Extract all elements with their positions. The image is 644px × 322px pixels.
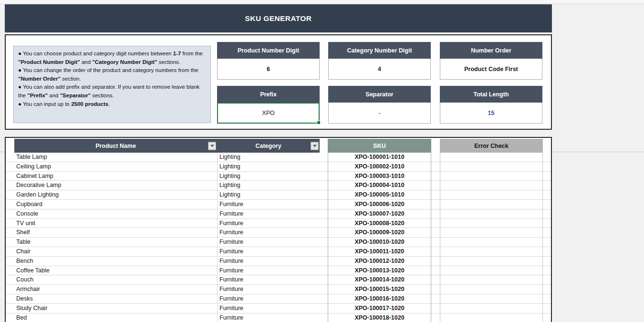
error-check-cell [440, 313, 543, 322]
table-row: TableFurnitureXPO-100010-1020 [6, 238, 551, 247]
table-row: DesksFurnitureXPO-100016-1020 [6, 294, 551, 304]
sku-cell: XPO-100015-1020 [328, 285, 431, 294]
setting-label: Separator [328, 86, 431, 103]
product-name-cell[interactable]: Chair [14, 247, 217, 257]
product-name-cell[interactable]: Couch [14, 275, 217, 285]
product-name-cell[interactable]: Shelf [14, 228, 217, 238]
category-cell[interactable]: Furniture [217, 238, 320, 247]
product-name-cell[interactable]: Armchair [14, 285, 217, 294]
sku-cell: XPO-100003-1010 [328, 172, 431, 181]
column-header-label: Product Name [95, 143, 136, 149]
table-row: BedFurnitureXPO-100018-1020 [6, 313, 551, 322]
error-check-cell [440, 219, 543, 229]
product-name-cell[interactable]: Garden Lighting [14, 190, 217, 200]
category-cell[interactable]: Lighting [217, 153, 320, 162]
error-check-cell [440, 190, 543, 200]
category-cell[interactable]: Lighting [217, 172, 320, 181]
sku-cell: XPO-100017-1020 [328, 304, 431, 313]
setting-product-number-digit: Product Number Digit6 [217, 42, 320, 80]
product-name-cell[interactable]: Bed [14, 313, 217, 322]
category-cell[interactable]: Lighting [217, 162, 320, 172]
product-name-cell[interactable]: Bench [14, 257, 217, 266]
category-cell[interactable]: Furniture [217, 200, 320, 209]
sku-cell: XPO-100010-1020 [328, 238, 431, 247]
chevron-down-icon [313, 145, 317, 147]
sku-cell: XPO-100004-1010 [328, 181, 431, 190]
column-header-category: Category [217, 139, 320, 153]
sku-cell: XPO-100006-1020 [328, 200, 431, 209]
category-cell[interactable]: Furniture [217, 228, 320, 238]
error-check-cell [440, 294, 543, 304]
table-row: ArmchairFurnitureXPO-100015-1020 [6, 285, 551, 294]
error-check-cell [440, 304, 543, 313]
error-check-cell [440, 172, 543, 181]
column-header-sku: SKU [328, 139, 431, 153]
product-name-filter-button[interactable] [208, 142, 216, 150]
column-header-error-check: Error Check [440, 139, 543, 153]
product-name-cell[interactable]: Decorative Lamp [14, 181, 217, 190]
category-cell[interactable]: Lighting [217, 181, 320, 190]
category-cell[interactable]: Furniture [217, 266, 320, 276]
table-row: Cabinet LampLightingXPO-100003-1010 [6, 172, 551, 181]
error-check-cell [440, 153, 543, 162]
settings-section: ● You can choose product and category di… [5, 34, 552, 130]
category-cell[interactable]: Furniture [217, 304, 320, 313]
category-cell[interactable]: Furniture [217, 294, 320, 304]
column-header-label: Error Check [474, 143, 509, 149]
error-check-cell [440, 285, 543, 294]
category-cell[interactable]: Furniture [217, 209, 320, 219]
table-row: Study ChairFurnitureXPO-100017-1020 [6, 304, 551, 313]
instruction-bullet: ● You can change the order of the produc… [18, 66, 206, 83]
setting-category-number-digit: Category Number Digit4 [328, 42, 431, 80]
product-name-cell[interactable]: TV unit [14, 219, 217, 229]
category-cell[interactable]: Furniture [217, 219, 320, 229]
sku-cell: XPO-100009-1020 [328, 228, 431, 238]
sku-cell: XPO-100007-1020 [328, 209, 431, 219]
category-cell[interactable]: Furniture [217, 313, 320, 322]
table-row: TV unitFurnitureXPO-100008-1020 [6, 219, 551, 229]
category-cell[interactable]: Furniture [217, 285, 320, 294]
category-cell[interactable]: Furniture [217, 257, 320, 266]
window-top-strip [0, 0, 644, 4]
category-cell[interactable]: Furniture [217, 275, 320, 285]
setting-value-cell[interactable]: 6 [217, 59, 320, 80]
table-row: CupboardFurnitureXPO-100006-1020 [6, 200, 551, 209]
product-name-cell[interactable]: Desks [14, 294, 217, 304]
setting-prefix: PrefixXPO [217, 86, 320, 124]
instruction-bullet: ● You can choose product and category di… [18, 50, 206, 66]
product-name-cell[interactable]: Console [14, 209, 217, 219]
product-name-cell[interactable]: Ceiling Lamp [14, 162, 217, 172]
sku-cell: XPO-100016-1020 [328, 294, 431, 304]
error-check-cell [440, 181, 543, 190]
setting-value-cell[interactable]: - [328, 103, 431, 124]
category-cell[interactable]: Furniture [217, 247, 320, 257]
product-name-cell[interactable]: Study Chair [14, 304, 217, 313]
setting-label: Prefix [217, 86, 320, 103]
instruction-bullet: ● You can also add prefix and separator.… [18, 83, 206, 100]
sku-cell: XPO-100005-1010 [328, 190, 431, 200]
product-name-cell[interactable]: Table [14, 238, 217, 247]
error-check-cell [440, 257, 543, 266]
setting-value-cell[interactable]: 4 [328, 59, 431, 80]
setting-value-cell[interactable]: XPO [217, 103, 320, 124]
table-row: Table LampLightingXPO-100001-1010 [6, 153, 551, 162]
sku-cell: XPO-100002-1010 [328, 162, 431, 172]
category-cell[interactable]: Lighting [217, 190, 320, 200]
sku-cell: XPO-100011-1020 [328, 247, 431, 257]
setting-label: Number Order [440, 42, 542, 59]
table-row: Garden LightingLightingXPO-100005-1010 [6, 190, 551, 200]
setting-value-cell[interactable]: Product Code First [440, 59, 542, 80]
sku-cell: XPO-100014-1020 [328, 275, 431, 285]
setting-value-cell[interactable]: 15 [440, 103, 542, 124]
product-name-cell[interactable]: Table Lamp [14, 153, 217, 162]
error-check-cell [440, 238, 543, 247]
column-header-product-name: Product Name [14, 139, 217, 153]
product-name-cell[interactable]: Coffee Table [14, 266, 217, 276]
category-filter-button[interactable] [311, 142, 319, 150]
product-name-cell[interactable]: Cupboard [14, 200, 217, 209]
setting-label: Product Number Digit [217, 42, 320, 59]
setting-label: Total Length [440, 86, 542, 103]
product-name-cell[interactable]: Cabinet Lamp [14, 172, 217, 181]
table-row: Coffee TableFurnitureXPO-100013-1020 [6, 266, 551, 276]
page-title: SKU GENERATOR [245, 14, 312, 23]
